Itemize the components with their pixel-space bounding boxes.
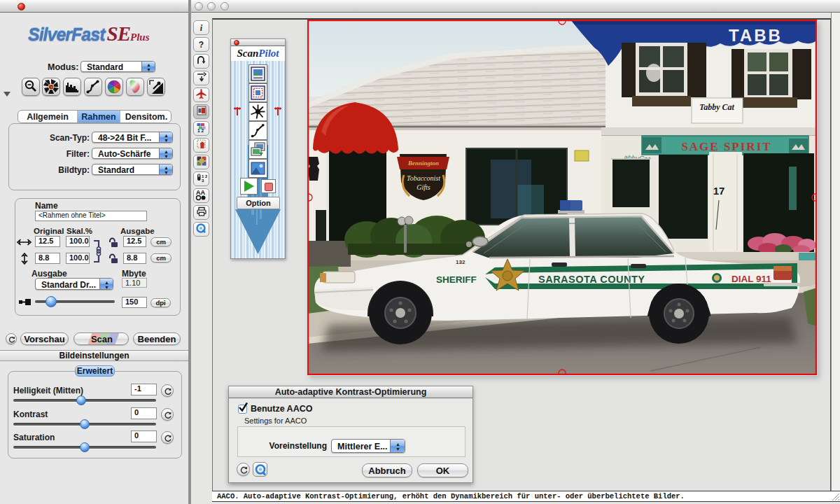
svg-text:TABB: TABB xyxy=(729,26,783,45)
svg-text:DIAL 911: DIAL 911 xyxy=(732,274,771,284)
svg-text:Tabby Cat: Tabby Cat xyxy=(699,102,735,112)
svg-text:1 2: 1 2 xyxy=(197,128,204,133)
svg-text:Tobacconist: Tobacconist xyxy=(407,174,440,182)
svg-text:17: 17 xyxy=(713,185,725,197)
svg-text:Gifts: Gifts xyxy=(416,183,430,191)
svg-text:AA: AA xyxy=(196,189,205,196)
svg-text:SAGE SPIRIT: SAGE SPIRIT xyxy=(681,140,771,153)
svg-text:Bennington: Bennington xyxy=(407,160,439,167)
svg-text:SHERIFF: SHERIFF xyxy=(436,274,477,285)
svg-text:132: 132 xyxy=(456,259,465,265)
svg-text:3: 3 xyxy=(202,178,204,183)
svg-text:C: C xyxy=(49,84,53,90)
